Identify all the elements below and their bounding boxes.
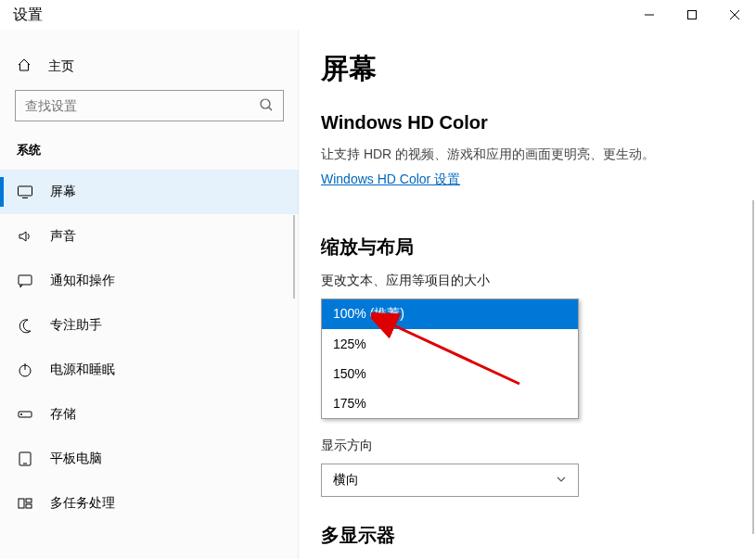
hdcolor-section: Windows HD Color 让支持 HDR 的视频、游戏和应用的画面更明亮… — [321, 112, 756, 214]
home-label: 主页 — [48, 58, 74, 75]
svg-point-4 — [261, 99, 270, 108]
sidebar-item-storage[interactable]: 存储 — [0, 392, 299, 437]
scale-section: 缩放与布局 更改文本、应用等项目的大小 100% (推荐) 125% 150% … — [321, 235, 756, 497]
moon-icon — [17, 317, 33, 334]
sidebar-item-focus-assist[interactable]: 专注助手 — [0, 303, 299, 348]
sidebar-item-notifications[interactable]: 通知和操作 — [0, 259, 299, 303]
maximize-button[interactable] — [671, 0, 713, 30]
hdcolor-heading: Windows HD Color — [321, 112, 756, 133]
scale-option-125[interactable]: 125% — [322, 329, 578, 359]
svg-rect-17 — [26, 504, 32, 508]
svg-rect-15 — [19, 499, 24, 508]
svg-line-5 — [269, 108, 272, 110]
scale-heading: 缩放与布局 — [321, 235, 756, 260]
sidebar-item-multitask[interactable]: 多任务处理 — [0, 481, 299, 526]
sidebar-scrollbar[interactable] — [293, 215, 295, 299]
sidebar-item-power-sleep[interactable]: 电源和睡眠 — [0, 348, 299, 392]
svg-rect-6 — [19, 186, 32, 196]
sidebar-item-label: 电源和睡眠 — [50, 362, 115, 378]
svg-point-12 — [20, 413, 21, 414]
message-icon — [17, 273, 33, 289]
sidebar-nav: 屏幕 声音 通知和操作 专注助手 — [0, 170, 299, 526]
tablet-icon — [17, 451, 33, 467]
multidisplay-heading: 多显示器 — [321, 523, 756, 548]
minimize-button[interactable] — [628, 0, 671, 30]
speaker-icon — [17, 228, 33, 245]
sidebar-item-tablet[interactable]: 平板电脑 — [0, 437, 299, 481]
hdcolor-description: 让支持 HDR 的视频、游戏和应用的画面更明亮、更生动。 — [321, 146, 756, 163]
scale-option-150[interactable]: 150% — [322, 359, 578, 388]
orientation-value: 横向 — [333, 472, 359, 489]
scale-option-175[interactable]: 175% — [322, 388, 578, 418]
sidebar-item-label: 屏幕 — [50, 184, 76, 200]
orientation-dropdown[interactable]: 横向 — [321, 464, 579, 497]
search-icon — [259, 97, 274, 115]
content-scrollbar[interactable] — [752, 200, 754, 534]
svg-rect-1 — [688, 11, 697, 19]
sidebar-item-label: 平板电脑 — [50, 451, 102, 467]
orientation-label: 显示方向 — [321, 438, 756, 454]
multitask-icon — [17, 495, 33, 512]
chevron-down-icon — [556, 473, 567, 488]
home-icon — [17, 57, 33, 75]
sidebar-item-sound[interactable]: 声音 — [0, 214, 299, 259]
window-title: 设置 — [13, 6, 43, 25]
sidebar-item-label: 专注助手 — [50, 317, 102, 334]
sidebar-item-label: 声音 — [50, 228, 76, 245]
content-panel: 屏幕 Windows HD Color 让支持 HDR 的视频、游戏和应用的画面… — [299, 30, 756, 559]
sidebar-item-label: 存储 — [50, 406, 76, 423]
monitor-icon — [17, 184, 33, 200]
scale-size-label: 更改文本、应用等项目的大小 — [321, 273, 756, 289]
search-box[interactable] — [15, 90, 284, 121]
close-button[interactable] — [713, 0, 756, 30]
search-input[interactable] — [25, 98, 259, 113]
page-title: 屏幕 — [321, 50, 756, 88]
sidebar-section-title: 系统 — [0, 138, 299, 170]
scale-option-100[interactable]: 100% (推荐) — [322, 299, 578, 329]
sidebar: 主页 系统 屏幕 声音 — [0, 30, 299, 559]
sidebar-item-label: 通知和操作 — [50, 273, 115, 289]
home-link[interactable]: 主页 — [0, 48, 299, 84]
sidebar-item-label: 多任务处理 — [50, 495, 115, 512]
hdcolor-link[interactable]: Windows HD Color 设置 — [321, 172, 460, 188]
svg-rect-8 — [19, 275, 32, 285]
scale-dropdown[interactable]: 100% (推荐) 125% 150% 175% — [321, 299, 579, 419]
sidebar-item-display[interactable]: 屏幕 — [0, 170, 299, 214]
power-icon — [17, 362, 33, 378]
storage-icon — [17, 406, 33, 423]
titlebar: 设置 — [0, 0, 756, 30]
svg-rect-16 — [26, 499, 32, 502]
